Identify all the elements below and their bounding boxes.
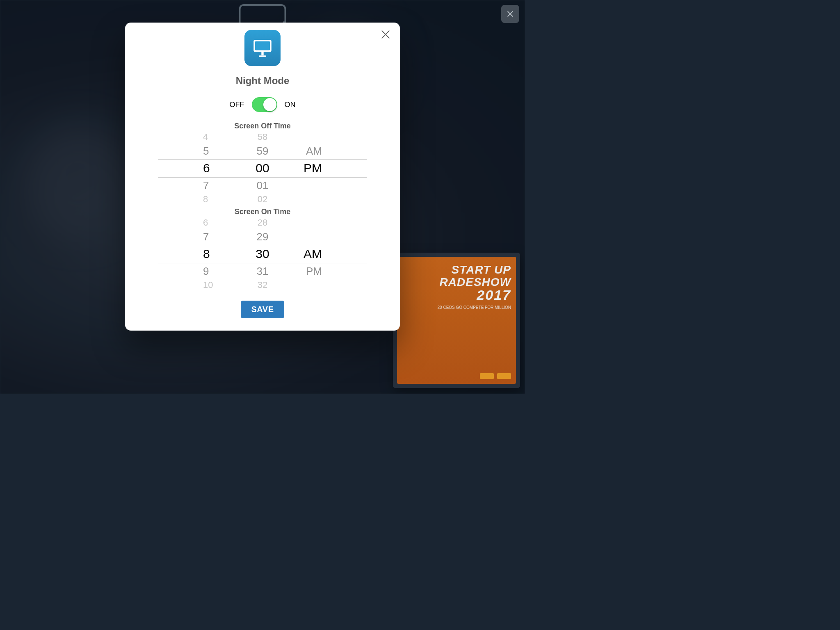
picker-minute-selected: 30 [228,247,297,261]
picker-hour: 8 [158,194,228,205]
picker-hour: 6 [158,217,228,228]
picker-minute: 01 [228,179,297,192]
night-mode-toggle[interactable] [252,97,277,112]
monitor-icon [251,36,274,60]
modal-title: Night Mode [236,75,290,87]
svg-rect-3 [259,55,266,57]
picker-hour: 7 [158,179,228,192]
screen-off-time-picker[interactable]: 4 58 5 59 AM 6 00 PM 7 01 8 02 [158,131,367,205]
screen-on-time-label: Screen On Time [235,208,291,216]
picker-hour: 10 [158,280,228,290]
picker-minute: 28 [228,217,297,228]
svg-rect-1 [255,41,270,50]
picker-hour-selected: 6 [158,161,228,175]
picker-minute-selected: 00 [228,161,297,175]
night-mode-toggle-row: OFF ON [230,97,296,112]
screen-off-time-label: Screen Off Time [234,122,291,130]
save-button[interactable]: SAVE [241,301,285,318]
screen-on-time-picker[interactable]: 6 28 7 29 8 30 AM 9 31 PM 10 32 [158,217,367,291]
toggle-on-label: ON [285,100,296,109]
picker-minute: 31 [228,265,297,278]
picker-hour: 9 [158,265,228,278]
picker-hour-selected: 8 [158,247,228,261]
picker-hour: 7 [158,231,228,243]
night-mode-modal: Night Mode OFF ON Screen Off Time 4 58 5… [125,23,400,331]
toggle-knob [263,98,276,111]
display-app-icon [244,30,281,66]
picker-minute: 02 [228,194,297,205]
picker-minute: 58 [228,132,297,142]
picker-minute: 32 [228,280,297,290]
picker-minute: 59 [228,145,297,158]
picker-ampm-selected: AM [297,247,367,261]
picker-hour: 5 [158,145,228,158]
picker-minute: 29 [228,231,297,243]
svg-rect-2 [261,52,263,55]
picker-ampm: AM [297,145,367,158]
modal-close-button[interactable] [379,28,392,41]
picker-ampm-selected: PM [297,161,367,175]
toggle-off-label: OFF [230,100,244,109]
close-icon [380,29,391,40]
picker-hour: 4 [158,132,228,142]
picker-ampm: PM [297,265,367,278]
